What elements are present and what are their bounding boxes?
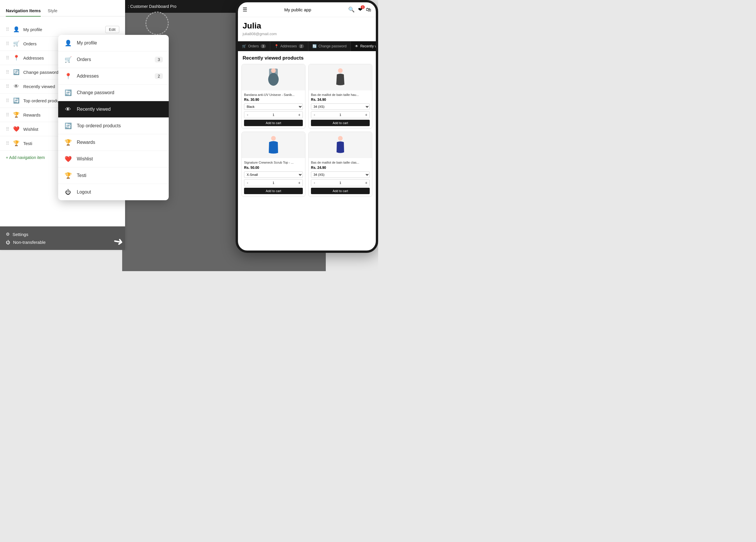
tab-orders-label: Orders: [248, 44, 259, 48]
addresses-count-badge: 2: [155, 73, 163, 79]
svg-point-1: [268, 73, 279, 86]
qty-value-4: 1: [318, 181, 363, 185]
nav-label-testi: Testi: [23, 141, 64, 146]
qty-increase-4[interactable]: +: [363, 180, 369, 186]
mobile-app-title: My public app: [250, 7, 345, 12]
change-password-icon: 🔄: [12, 68, 20, 76]
product-select-3[interactable]: X-Small: [244, 172, 303, 178]
drag-handle[interactable]: ⠿: [6, 55, 9, 61]
product-select-1[interactable]: Black: [244, 104, 303, 110]
product-card-3: Signature Crewneck Scrub Top - ... Rs. 5…: [241, 132, 305, 197]
add-to-cart-btn-1[interactable]: Add to cart: [244, 120, 303, 126]
search-icon[interactable]: 🔍: [348, 6, 355, 13]
dropdown-item-top-ordered[interactable]: 🔄 Top ordered products: [58, 118, 169, 134]
qty-decrease-2[interactable]: -: [311, 112, 318, 118]
product-image-2: [309, 64, 372, 90]
add-to-cart-btn-4[interactable]: Add to cart: [311, 188, 370, 194]
settings-label: Settings: [13, 232, 28, 237]
mobile-tab-addresses[interactable]: 📍 Addresses 2: [270, 41, 308, 51]
product-price-2: Rs. 34.90: [311, 98, 370, 102]
mobile-header-icons: 🔍 ❤ 1 🛍: [348, 6, 371, 13]
dropdown-addresses-icon: 📍: [64, 72, 72, 80]
product-price-1: Rs. 30.90: [244, 98, 303, 102]
drag-handle[interactable]: ⠿: [6, 70, 9, 75]
wishlist-icon: ❤️: [12, 125, 20, 133]
tab-orders-icon: 🛒: [242, 44, 246, 48]
qty-row-2: - 1 +: [311, 111, 370, 118]
dropdown-item-recently-viewed[interactable]: 👁 Recently viewed: [58, 101, 169, 118]
drag-handle[interactable]: ⠿: [6, 84, 9, 89]
edit-my-profile-btn[interactable]: Edit: [105, 26, 119, 33]
profile-icon: 👤: [12, 25, 20, 33]
dropdown-profile-label: My profile: [77, 40, 97, 46]
qty-decrease-3[interactable]: -: [244, 180, 251, 186]
add-to-cart-btn-2[interactable]: Add to cart: [311, 120, 370, 126]
product-select-4[interactable]: 34 (XS): [311, 172, 370, 178]
dropdown-item-orders[interactable]: 🛒 Orders 3: [58, 51, 169, 68]
dropdown-rewards-label: Rewards: [77, 140, 95, 145]
svg-point-5: [338, 136, 343, 141]
dropdown-item-change-password[interactable]: 🔄 Change password: [58, 85, 169, 101]
dropdown-item-testi[interactable]: 🏆 Testi: [58, 167, 169, 184]
orders-icon: 🛒: [12, 40, 20, 48]
rewards-icon: 🏆: [12, 111, 20, 119]
product-price-3: Rs. 50.00: [244, 166, 303, 170]
dropdown-top-ordered-label: Top ordered products: [77, 123, 121, 129]
qty-row-1: - 1 +: [244, 111, 303, 118]
panel-tabs: Navigation Items Style: [0, 6, 125, 17]
dropdown-wishlist-icon: ❤️: [64, 155, 72, 163]
qty-decrease-1[interactable]: -: [244, 112, 251, 118]
dropdown-item-addresses[interactable]: 📍 Addresses 2: [58, 68, 169, 85]
settings-box: ⚙ Settings ⏻ Non-transferable: [0, 227, 125, 250]
mobile-device: ☰ My public app 🔍 ❤ 1 🛍 Julia julia808@g…: [236, 0, 378, 253]
svg-point-4: [271, 136, 276, 141]
settings-row: ⚙ Settings: [6, 232, 119, 237]
qty-row-3: - 1 +: [244, 179, 303, 186]
testi-icon: 🏆: [12, 139, 20, 147]
product-select-2[interactable]: 34 (XS): [311, 104, 370, 110]
dropdown-change-password-icon: 🔄: [64, 89, 72, 97]
qty-value-2: 1: [318, 113, 363, 117]
product-name-3: Signature Crewneck Scrub Top - ...: [244, 161, 303, 165]
dropdown-orders-icon: 🛒: [64, 56, 72, 64]
product-info-3: Signature Crewneck Scrub Top - ... Rs. 5…: [242, 158, 305, 196]
qty-increase-2[interactable]: +: [363, 112, 369, 118]
qty-increase-1[interactable]: +: [296, 112, 303, 118]
mobile-tab-recently-viewed[interactable]: 👁 Recently viewed: [351, 41, 376, 51]
drag-handle[interactable]: ⠿: [6, 126, 9, 132]
qty-increase-3[interactable]: +: [296, 180, 303, 186]
mobile-tabs: 🛒 Orders 3 📍 Addresses 2 🔄 Change passwo…: [238, 41, 376, 51]
dropdown-recently-viewed-label: Recently viewed: [77, 107, 111, 112]
dropdown-item-logout[interactable]: ⏻ Logout: [58, 184, 169, 200]
dropdown-item-my-profile[interactable]: 👤 My profile: [58, 35, 169, 51]
drag-handle[interactable]: ⠿: [6, 141, 9, 146]
recently-viewed-icon: 👁: [12, 82, 20, 90]
drag-handle[interactable]: ⠿: [6, 27, 9, 32]
drag-handle[interactable]: ⠿: [6, 112, 9, 118]
product-image-4: [309, 132, 372, 158]
tab-style[interactable]: Style: [48, 6, 57, 16]
svg-point-2: [271, 68, 276, 73]
qty-decrease-4[interactable]: -: [311, 180, 318, 186]
drag-handle[interactable]: ⠿: [6, 98, 9, 104]
mobile-header: ☰ My public app 🔍 ❤ 1 🛍: [238, 2, 376, 17]
dropdown-addresses-label: Addresses: [77, 74, 99, 79]
tab-addresses-badge: 2: [299, 44, 304, 48]
dropdown-logout-label: Logout: [77, 190, 91, 195]
mobile-tab-orders[interactable]: 🛒 Orders 3: [238, 41, 270, 51]
add-to-cart-btn-3[interactable]: Add to cart: [244, 188, 303, 194]
hamburger-icon[interactable]: ☰: [243, 6, 247, 13]
mobile-tab-change-password[interactable]: 🔄 Change password: [308, 41, 351, 51]
product-image-1: [242, 64, 305, 90]
qty-row-4: - 1 +: [311, 179, 370, 186]
tab-navigation[interactable]: Navigation Items: [6, 6, 41, 16]
cart-icon[interactable]: 🛍: [366, 7, 371, 13]
dropdown-menu: 👤 My profile 🛒 Orders 3 📍 Addresses 2 🔄 …: [58, 35, 169, 200]
product-info-1: Bandana anti-UV Unisexe - Sanib... Rs. 3…: [242, 90, 305, 129]
dropdown-item-rewards[interactable]: 🏆 Rewards: [58, 134, 169, 151]
dropdown-item-wishlist[interactable]: ❤️ Wishlist: [58, 151, 169, 167]
nav-label-my-profile: My profile: [23, 27, 102, 32]
mobile-user-email: julia808@gmail.com: [243, 32, 371, 36]
heart-icon[interactable]: ❤ 1: [358, 6, 362, 13]
drag-handle[interactable]: ⠿: [6, 41, 9, 47]
